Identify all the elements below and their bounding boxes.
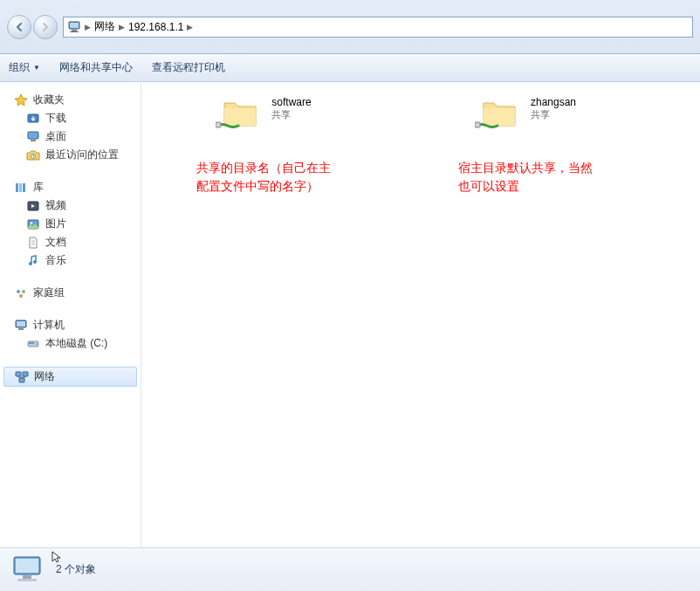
svg-rect-10 bbox=[23, 183, 25, 192]
picture-icon bbox=[26, 217, 40, 231]
toolbar-label: 组织 bbox=[9, 60, 30, 75]
svg-point-15 bbox=[29, 262, 32, 265]
svg-rect-2 bbox=[72, 30, 77, 31]
status-bar: 2 个对象 bbox=[0, 547, 700, 591]
network-center-button[interactable]: 网络和共享中心 bbox=[59, 60, 133, 75]
arrow-left-icon bbox=[14, 22, 24, 32]
svg-point-14 bbox=[31, 222, 32, 223]
breadcrumb-network[interactable]: 网络 bbox=[94, 19, 115, 34]
document-icon bbox=[26, 236, 40, 250]
sidebar-item-downloads[interactable]: 下载 bbox=[0, 109, 141, 127]
sidebar-item-videos[interactable]: 视频 bbox=[0, 196, 141, 215]
download-icon bbox=[26, 112, 40, 126]
sidebar-favorites[interactable]: 收藏夹 bbox=[0, 91, 141, 109]
star-icon bbox=[14, 93, 28, 107]
recent-icon bbox=[26, 148, 40, 162]
sidebar-item-music[interactable]: 音乐 bbox=[0, 251, 141, 270]
svg-rect-26 bbox=[16, 372, 21, 376]
status-text: 2 个对象 bbox=[56, 562, 96, 577]
shared-folder-icon bbox=[475, 96, 522, 134]
share-text: zhangsan 共享 bbox=[531, 96, 576, 121]
share-row[interactable]: zhangsan 共享 bbox=[475, 96, 576, 134]
svg-point-25 bbox=[36, 343, 38, 345]
sidebar-item-label: 下载 bbox=[45, 111, 66, 126]
forward-button[interactable] bbox=[33, 15, 58, 39]
main-panel[interactable]: software 共享 共享的目录名（自己在主配置文件中写的名字） zhangs… bbox=[141, 82, 700, 547]
svg-rect-30 bbox=[475, 122, 480, 127]
sidebar-group-favorites: 收藏夹 下载 桌面 最近访问的位置 bbox=[0, 91, 141, 164]
svg-point-16 bbox=[33, 260, 37, 264]
back-button[interactable] bbox=[7, 15, 31, 39]
sidebar-item-label: 文档 bbox=[45, 235, 66, 250]
music-icon bbox=[26, 254, 40, 268]
content-area: 收藏夹 下载 桌面 最近访问的位置 库 视频 bbox=[0, 82, 700, 547]
disk-icon bbox=[26, 337, 40, 351]
chevron-right-icon[interactable]: ▶ bbox=[187, 23, 193, 31]
share-row[interactable]: software 共享 bbox=[216, 96, 311, 134]
svg-rect-22 bbox=[18, 328, 24, 330]
share-item-software: software 共享 共享的目录名（自己在主配置文件中写的名字） bbox=[150, 96, 377, 196]
sidebar-item-label: 最近访问的位置 bbox=[45, 148, 119, 162]
svg-rect-32 bbox=[16, 559, 38, 573]
svg-rect-9 bbox=[19, 183, 22, 192]
sidebar-item-pictures[interactable]: 图片 bbox=[0, 215, 141, 233]
share-name: zhangsan bbox=[531, 96, 576, 108]
desktop-icon bbox=[26, 130, 40, 144]
network-icon bbox=[15, 370, 29, 384]
sidebar-item-recent[interactable]: 最近访问的位置 bbox=[0, 146, 141, 164]
svg-rect-27 bbox=[23, 372, 28, 376]
sidebar-computer[interactable]: 计算机 bbox=[0, 316, 141, 334]
share-name: software bbox=[271, 96, 311, 108]
svg-rect-8 bbox=[16, 183, 18, 192]
arrow-right-icon bbox=[40, 22, 51, 32]
toolbar: 组织 ▼ 网络和共享中心 查看远程打印机 bbox=[0, 54, 700, 82]
chevron-right-icon[interactable]: ▶ bbox=[85, 23, 91, 31]
svg-rect-6 bbox=[31, 140, 36, 141]
computer-icon bbox=[14, 319, 28, 333]
sidebar-group-homegroup: 家庭组 bbox=[0, 284, 141, 302]
homegroup-icon bbox=[14, 286, 28, 300]
svg-rect-5 bbox=[28, 132, 38, 139]
sidebar-group-libraries: 库 视频 图片 文档 音乐 bbox=[0, 178, 141, 270]
titlebar: ▶ 网络 ▶ 192.168.1.1 ▶ bbox=[0, 0, 700, 54]
sidebar-item-label: 家庭组 bbox=[33, 285, 65, 300]
svg-point-17 bbox=[17, 290, 20, 293]
svg-rect-21 bbox=[17, 321, 25, 326]
view-remote-printers-button[interactable]: 查看远程打印机 bbox=[152, 60, 225, 75]
share-text: software 共享 bbox=[271, 96, 311, 121]
sidebar-item-label: 库 bbox=[33, 180, 44, 195]
sidebar-network[interactable]: 网络 bbox=[3, 367, 137, 387]
svg-rect-24 bbox=[29, 342, 34, 344]
annotation-text: 宿主目录默认共享，当然也可以设置 bbox=[458, 159, 594, 196]
annotation-text: 共享的目录名（自己在主配置文件中写的名字） bbox=[196, 159, 332, 196]
share-item-zhangsan: zhangsan 共享 宿主目录默认共享，当然也可以设置 bbox=[412, 96, 639, 196]
sidebar-item-desktop[interactable]: 桌面 bbox=[0, 127, 141, 146]
svg-point-18 bbox=[22, 290, 25, 293]
svg-rect-3 bbox=[70, 31, 79, 32]
sidebar-item-documents[interactable]: 文档 bbox=[0, 233, 141, 251]
library-icon bbox=[14, 181, 28, 195]
sidebar-item-label: 音乐 bbox=[45, 253, 66, 268]
sidebar-homegroup[interactable]: 家庭组 bbox=[0, 284, 141, 302]
video-icon bbox=[26, 199, 40, 213]
sidebar-item-label: 视频 bbox=[45, 198, 66, 213]
sidebar-item-label: 计算机 bbox=[33, 318, 65, 333]
chevron-down-icon: ▼ bbox=[33, 64, 40, 72]
share-sub: 共享 bbox=[531, 108, 576, 121]
breadcrumb-host[interactable]: 192.168.1.1 bbox=[128, 21, 183, 33]
computer-large-icon bbox=[10, 553, 47, 587]
nav-buttons bbox=[7, 15, 58, 39]
sidebar-item-local-disk-c[interactable]: 本地磁盘 (C:) bbox=[0, 334, 141, 353]
address-bar[interactable]: ▶ 网络 ▶ 192.168.1.1 ▶ bbox=[63, 17, 693, 38]
sidebar: 收藏夹 下载 桌面 最近访问的位置 库 视频 bbox=[0, 82, 141, 547]
svg-rect-33 bbox=[23, 575, 31, 579]
shared-folder-icon bbox=[216, 96, 263, 134]
cursor-icon bbox=[51, 550, 65, 564]
toolbar-label: 网络和共享中心 bbox=[59, 60, 133, 75]
chevron-right-icon[interactable]: ▶ bbox=[119, 23, 125, 31]
sidebar-item-label: 收藏夹 bbox=[33, 93, 65, 107]
svg-rect-29 bbox=[216, 122, 221, 127]
sidebar-libraries[interactable]: 库 bbox=[0, 178, 141, 196]
organize-button[interactable]: 组织 ▼ bbox=[9, 60, 40, 75]
svg-point-19 bbox=[19, 294, 23, 298]
